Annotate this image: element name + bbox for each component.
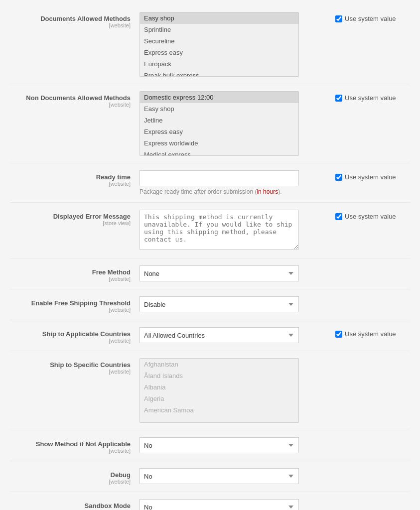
list-item[interactable]: Albania bbox=[140, 382, 298, 393]
use-system-text: Use system value bbox=[345, 94, 396, 102]
non-documents-allowed-methods-use-system-label[interactable]: Use system value bbox=[335, 94, 396, 102]
documents-allowed-methods-row: Documents Allowed Methods [website] Easy… bbox=[10, 5, 410, 84]
list-item[interactable]: Express easy bbox=[140, 126, 298, 137]
enable-free-shipping-threshold-label-col: Enable Free Shipping Threshold [website] bbox=[10, 296, 140, 313]
displayed-error-message-use-system-label[interactable]: Use system value bbox=[335, 213, 396, 220]
displayed-error-message-textarea[interactable] bbox=[140, 210, 299, 250]
documents-allowed-methods-label-col: Documents Allowed Methods [website] bbox=[10, 12, 140, 28]
displayed-error-message-label: Displayed Error Message bbox=[10, 213, 131, 220]
list-item[interactable]: Easy shop bbox=[140, 12, 298, 24]
ship-to-applicable-countries-label: Ship to Applicable Countries bbox=[10, 330, 131, 338]
debug-input-col: No Yes bbox=[140, 468, 335, 484]
non-documents-allowed-methods-listbox[interactable]: Domestic express 12:00 Easy shop Jetline… bbox=[140, 91, 299, 156]
sandbox-mode-label: Sandbox Mode bbox=[10, 502, 131, 510]
ship-to-specific-countries-use-system-col bbox=[335, 358, 410, 361]
ready-time-input-col: Package ready time after order submissio… bbox=[140, 170, 335, 195]
documents-allowed-methods-listbox[interactable]: Easy shop Sprintline Secureline Express … bbox=[140, 12, 299, 77]
non-documents-allowed-methods-label-col: Non Documents Allowed Methods [website] bbox=[10, 91, 140, 108]
list-item[interactable]: Easy shop bbox=[140, 103, 298, 115]
show-method-if-not-applicable-row: Show Method if Not Applicable [website] … bbox=[10, 430, 410, 461]
ready-time-use-system-label[interactable]: Use system value bbox=[335, 173, 396, 181]
free-method-scope: [website] bbox=[10, 276, 131, 282]
debug-use-system-col bbox=[335, 468, 410, 471]
displayed-error-message-row: Displayed Error Message [store view] Use… bbox=[10, 203, 410, 258]
ship-to-specific-countries-scope: [website] bbox=[10, 369, 131, 375]
sandbox-mode-use-system-col bbox=[335, 499, 410, 502]
enable-free-shipping-threshold-select[interactable]: Disable Enable bbox=[140, 296, 299, 312]
show-method-if-not-applicable-input-col: No Yes bbox=[140, 437, 335, 453]
list-item[interactable]: American Samoa bbox=[140, 404, 298, 416]
enable-free-shipping-threshold-use-system-col bbox=[335, 296, 410, 299]
use-system-text: Use system value bbox=[345, 173, 396, 181]
enable-free-shipping-threshold-row: Enable Free Shipping Threshold [website]… bbox=[10, 289, 410, 320]
debug-label: Debug bbox=[10, 471, 131, 479]
use-system-text: Use system value bbox=[345, 213, 396, 220]
show-method-if-not-applicable-use-system-col bbox=[335, 437, 410, 440]
ship-to-specific-countries-input-col: Afghanistan Åland Islands Albania Algeri… bbox=[140, 358, 335, 423]
list-item[interactable]: Sprintline bbox=[140, 24, 298, 35]
documents-allowed-methods-use-system-label[interactable]: Use system value bbox=[335, 15, 396, 22]
ready-time-scope: [website] bbox=[10, 181, 131, 187]
ship-to-applicable-countries-row: Ship to Applicable Countries [website] A… bbox=[10, 320, 410, 351]
sandbox-mode-input-col: No Yes bbox=[140, 499, 335, 510]
ready-time-label-col: Ready time [website] bbox=[10, 170, 140, 187]
ship-to-applicable-countries-select[interactable]: All Allowed Countries Specific Countries bbox=[140, 327, 299, 343]
use-system-text: Use system value bbox=[345, 15, 396, 22]
show-method-if-not-applicable-select[interactable]: No Yes bbox=[140, 437, 299, 453]
use-system-text: Use system value bbox=[345, 330, 396, 338]
show-method-if-not-applicable-label-col: Show Method if Not Applicable [website] bbox=[10, 437, 140, 454]
ship-to-applicable-countries-use-system-checkbox[interactable] bbox=[335, 331, 342, 338]
sandbox-mode-row: Sandbox Mode [website] No Yes bbox=[10, 492, 410, 510]
free-method-input-col: None bbox=[140, 265, 335, 281]
ready-time-use-system-checkbox[interactable] bbox=[335, 174, 342, 181]
debug-select[interactable]: No Yes bbox=[140, 468, 299, 484]
ship-to-specific-countries-label: Ship to Specific Countries bbox=[10, 361, 131, 369]
displayed-error-message-input-col bbox=[140, 210, 335, 251]
ship-to-applicable-countries-input-col: All Allowed Countries Specific Countries bbox=[140, 327, 335, 343]
displayed-error-message-scope: [store view] bbox=[10, 220, 131, 226]
list-item[interactable]: Afghanistan bbox=[140, 359, 298, 370]
ship-to-specific-countries-listbox[interactable]: Afghanistan Åland Islands Albania Algeri… bbox=[140, 358, 299, 423]
free-method-select[interactable]: None bbox=[140, 265, 299, 281]
show-method-if-not-applicable-label: Show Method if Not Applicable bbox=[10, 440, 131, 448]
ship-to-applicable-countries-use-system-col: Use system value bbox=[335, 327, 410, 338]
displayed-error-message-use-system-col: Use system value bbox=[335, 210, 410, 220]
ship-to-applicable-countries-scope: [website] bbox=[10, 338, 131, 344]
ready-time-label: Ready time bbox=[10, 173, 131, 181]
non-documents-allowed-methods-scope: [website] bbox=[10, 102, 131, 108]
free-method-label-col: Free Method [website] bbox=[10, 265, 140, 282]
list-item[interactable]: Europack bbox=[140, 58, 298, 70]
debug-scope: [website] bbox=[10, 479, 131, 485]
list-item[interactable]: Domestic express 12:00 bbox=[140, 92, 298, 103]
ship-to-specific-countries-row: Ship to Specific Countries [website] Afg… bbox=[10, 351, 410, 430]
free-method-use-system-col bbox=[335, 265, 410, 268]
documents-allowed-methods-use-system-col: Use system value bbox=[335, 12, 410, 22]
ship-to-specific-countries-label-col: Ship to Specific Countries [website] bbox=[10, 358, 140, 375]
ship-to-applicable-countries-use-system-label[interactable]: Use system value bbox=[335, 330, 396, 338]
list-item[interactable]: Break bulk express bbox=[140, 70, 298, 77]
documents-allowed-methods-label: Documents Allowed Methods bbox=[10, 15, 131, 22]
list-item[interactable]: Express easy bbox=[140, 47, 298, 58]
documents-allowed-methods-use-system-checkbox[interactable] bbox=[335, 15, 342, 22]
list-item[interactable]: Algeria bbox=[140, 393, 298, 404]
sandbox-mode-select[interactable]: No Yes bbox=[140, 499, 299, 510]
displayed-error-message-label-col: Displayed Error Message [store view] bbox=[10, 210, 140, 226]
ready-time-use-system-col: Use system value bbox=[335, 170, 410, 181]
list-item[interactable]: Medical express bbox=[140, 149, 298, 156]
list-item[interactable]: Jetline bbox=[140, 115, 298, 126]
list-item[interactable]: Åland Islands bbox=[140, 370, 298, 382]
free-method-label: Free Method bbox=[10, 268, 131, 276]
ready-time-hint: Package ready time after order submissio… bbox=[140, 188, 330, 195]
list-item[interactable]: Secureline bbox=[140, 35, 298, 47]
ready-time-row: Ready time [website] Package ready time … bbox=[10, 163, 410, 203]
list-item[interactable]: Express worldwide bbox=[140, 137, 298, 149]
ready-time-input[interactable] bbox=[140, 170, 299, 186]
non-documents-allowed-methods-use-system-checkbox[interactable] bbox=[335, 95, 342, 102]
free-method-row: Free Method [website] None bbox=[10, 258, 410, 289]
documents-allowed-methods-input-col: Easy shop Sprintline Secureline Express … bbox=[140, 12, 335, 77]
ship-to-applicable-countries-label-col: Ship to Applicable Countries [website] bbox=[10, 327, 140, 344]
non-documents-allowed-methods-row: Non Documents Allowed Methods [website] … bbox=[10, 84, 410, 163]
ready-time-hint-highlight: in hours bbox=[257, 188, 278, 195]
displayed-error-message-use-system-checkbox[interactable] bbox=[335, 213, 342, 220]
enable-free-shipping-threshold-input-col: Disable Enable bbox=[140, 296, 335, 312]
